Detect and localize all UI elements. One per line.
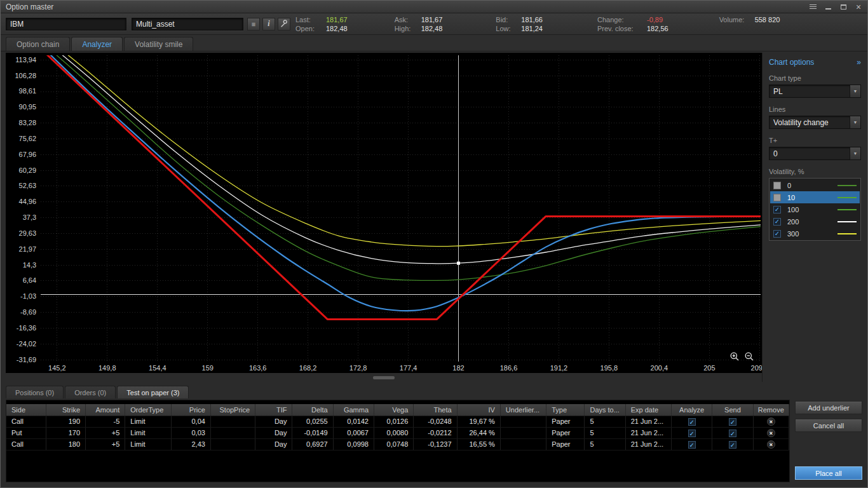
settings-button[interactable] (278, 18, 290, 30)
cancel-all-button[interactable]: Cancel all (795, 419, 862, 432)
send-checkbox[interactable]: ✓ (729, 441, 736, 449)
cell-side: Call (6, 438, 46, 450)
chart-type-select[interactable]: PL ▼ (769, 85, 861, 98)
tab-analyzer[interactable]: Analyzer (71, 37, 123, 51)
cell-daysto: 5 (585, 416, 625, 427)
col-delta[interactable]: Delta (292, 404, 333, 416)
tab-option-chain[interactable]: Option chain (6, 37, 70, 51)
svg-text:29,63: 29,63 (19, 229, 37, 237)
analyze-checkbox[interactable]: ✓ (688, 418, 696, 426)
svg-text:14,3: 14,3 (23, 261, 36, 269)
col-send[interactable]: Send (712, 404, 753, 416)
quote-label-change: Change: (597, 16, 642, 24)
quote-label-prev-close: Prev. close: (597, 25, 642, 32)
col-theta[interactable]: Theta (414, 404, 457, 416)
svg-text:60,29: 60,29 (19, 166, 37, 174)
tab-orders-0[interactable]: Orders (0) (65, 386, 116, 398)
volatility-value: 10 (787, 194, 837, 201)
info-button[interactable]: i (262, 18, 275, 30)
col-vega[interactable]: Vega (374, 404, 414, 416)
cell-stopprice (210, 438, 255, 450)
cell-remove: × (753, 438, 789, 450)
col-strike[interactable]: Strike (46, 404, 85, 416)
chevron-down-icon: ▼ (850, 116, 860, 128)
pl-chart[interactable]: 113,94106,2898,6190,9583,2875,6267,9660,… (6, 53, 762, 373)
place-all-button[interactable]: Place all (795, 466, 862, 480)
tab-volatility-smile[interactable]: Volatility smile (124, 37, 193, 51)
orders-header-row: SideStrikeAmountOrderTypePriceStopPriceT… (6, 404, 789, 416)
col-daysto[interactable]: Days to... (585, 404, 625, 416)
orders-table-area: SideStrikeAmountOrderTypePriceStopPriceT… (6, 400, 790, 482)
col-amount[interactable]: Amount (86, 404, 125, 416)
list-button[interactable]: ≡ (247, 18, 260, 30)
order-row[interactable]: Put170+5Limit0,03Day-0,01490,00670,0080-… (6, 427, 789, 438)
quote-label-bid: Bid: (496, 16, 516, 24)
remove-button[interactable]: × (767, 429, 775, 437)
cell-send: ✓ (712, 416, 753, 427)
col-gamma[interactable]: Gamma (333, 404, 374, 416)
close-icon[interactable]: × (855, 3, 862, 11)
analyze-checkbox[interactable]: ✓ (688, 430, 696, 437)
cell-ordertype: Limit (125, 416, 171, 427)
quote-label-ask: Ask: (395, 16, 416, 24)
send-checkbox[interactable]: ✓ (729, 418, 736, 426)
order-row[interactable]: Call190-5Limit0,04Day0,02550,01420,0126-… (6, 416, 789, 427)
col-stopprice[interactable]: StopPrice (210, 404, 255, 416)
quote-group: Last:181,67Open:182,48 (295, 16, 348, 32)
volatility-checkbox[interactable]: ✓ (773, 230, 781, 238)
series-color-sample (837, 233, 857, 234)
col-price[interactable]: Price (171, 404, 210, 416)
volatility-checkbox[interactable]: ✓ (773, 218, 781, 226)
analyzer-panel: 113,94106,2898,6190,9583,2875,6267,9660,… (1, 51, 867, 382)
col-tif[interactable]: TIF (255, 404, 292, 416)
volatility-value: 0 (787, 182, 837, 189)
cell-theta: -0,0212 (414, 427, 457, 438)
analyze-checkbox[interactable]: ✓ (688, 441, 696, 449)
t-plus-select[interactable]: 0 ▼ (769, 147, 861, 160)
svg-text:-1,03: -1,03 (20, 292, 36, 300)
strategy-input[interactable] (132, 18, 243, 30)
col-type[interactable]: Type (546, 404, 585, 416)
cell-expdate: 21 Jun 2... (625, 438, 671, 450)
svg-text:-8,69: -8,69 (20, 308, 36, 316)
cell-side: Call (6, 416, 46, 427)
col-underlier[interactable]: Underlier... (500, 404, 546, 416)
minimize-icon[interactable] (824, 3, 832, 11)
volatility-checkbox[interactable]: ✓ (773, 206, 781, 214)
cell-send: ✓ (712, 438, 753, 450)
volatility-item-0[interactable]: 0 (770, 179, 860, 191)
splitter-grip-icon[interactable] (373, 376, 395, 379)
cell-iv: 19,67 % (457, 416, 500, 427)
cell-remove: × (753, 416, 789, 427)
col-iv[interactable]: IV (457, 404, 500, 416)
remove-button[interactable]: × (767, 417, 775, 426)
symbol-input[interactable] (6, 18, 126, 30)
volatility-checkbox[interactable] (773, 182, 781, 189)
add-underlier-button[interactable]: Add underlier (795, 401, 862, 414)
volatility-item-300[interactable]: ✓300 (770, 227, 860, 240)
volatility-item-100[interactable]: ✓100 (770, 203, 860, 215)
svg-text:205: 205 (703, 364, 715, 372)
maximize-icon[interactable] (839, 3, 847, 11)
expand-icon[interactable]: » (857, 58, 861, 67)
col-ordertype[interactable]: OrderType (125, 404, 171, 416)
lines-select[interactable]: Volatility change ▼ (769, 116, 861, 129)
zoom-in-icon[interactable] (729, 351, 740, 362)
col-remove[interactable]: Remove (753, 404, 789, 416)
tab-positions-0[interactable]: Positions (0) (6, 386, 64, 398)
tab-test-on-paper-3[interactable]: Test on paper (3) (117, 386, 189, 398)
volatility-checkbox[interactable] (773, 194, 781, 201)
remove-button[interactable]: × (767, 440, 775, 449)
zoom-out-icon[interactable] (744, 351, 754, 362)
panel-splitter[interactable] (6, 373, 762, 382)
window-options-icon[interactable] (809, 3, 817, 11)
send-checkbox[interactable]: ✓ (729, 430, 736, 437)
cell-delta: 0,6927 (292, 438, 333, 450)
volatility-item-200[interactable]: ✓200 (770, 215, 860, 227)
col-expdate[interactable]: Exp date (625, 404, 671, 416)
col-side[interactable]: Side (6, 404, 46, 416)
volatility-item-10[interactable]: 10 (770, 191, 860, 203)
col-analyze[interactable]: Analyze (672, 404, 712, 416)
bottom-tabbar: Positions (0)Orders (0)Test on paper (3) (6, 384, 865, 398)
order-row[interactable]: Call180+5Limit2,43Day0,69270,09980,0748-… (6, 438, 789, 450)
